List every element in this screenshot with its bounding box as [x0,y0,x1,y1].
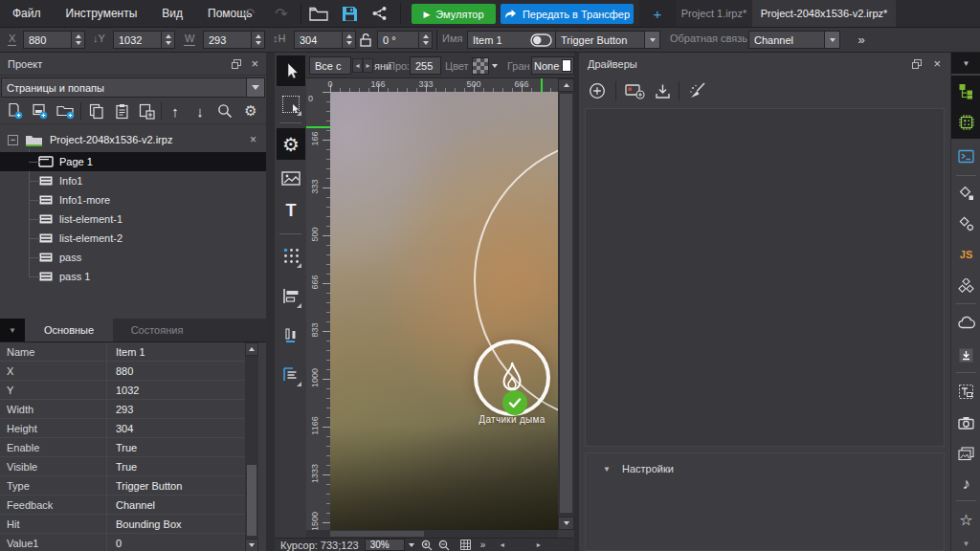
dock-camera[interactable] [951,408,980,437]
tree-item-info1[interactable]: Info1 [0,171,266,190]
dock-favorites[interactable]: ☆ [951,504,980,535]
feedback-dropdown[interactable]: Channel [748,31,840,49]
toolbar-more-button[interactable]: » [852,30,871,50]
new-tab-button[interactable]: + [639,0,676,27]
zoom-level[interactable]: 30% [365,539,405,551]
close-panel-icon[interactable]: × [933,59,941,69]
table-row[interactable]: FeedbackChannel [0,496,245,515]
open-project-icon[interactable] [306,4,331,23]
search-icon[interactable] [214,101,235,121]
distribute-tool[interactable] [279,322,302,349]
prev-page-icon[interactable]: ◂ [495,539,510,551]
width-stepper[interactable] [252,31,265,49]
redo-icon[interactable]: ↷ [270,2,293,25]
zoom-in-icon[interactable] [418,539,435,551]
tab-project-2048-active[interactable]: Project-2048x1536-v2.irpz* [752,0,896,27]
angle-stepper[interactable] [419,31,433,49]
y-stepper[interactable] [162,31,175,49]
dock-store-download[interactable] [951,340,980,370]
tree-item-list-element-1[interactable]: list-element-1 [0,209,266,229]
widget-grid-tool[interactable] [279,242,302,269]
angle-input[interactable]: 0 ° [377,31,419,49]
copy-button[interactable] [86,101,107,121]
dock-gallery[interactable] [951,439,980,468]
select-tool-active[interactable] [277,55,305,86]
dock-javascript[interactable]: JS [951,240,980,269]
tree-item-pass-1[interactable]: pass 1 [0,267,266,286]
menu-view[interactable]: Вид [149,0,195,27]
canvas-vscrollbar[interactable] [558,78,574,530]
state-next-button[interactable]: ▸ [363,58,373,73]
toggle-icon[interactable] [528,31,553,49]
menu-tools[interactable]: Инструменты [54,0,150,27]
splitter-left[interactable] [266,53,275,551]
table-row[interactable]: HitBounding Box [0,515,245,534]
x-input[interactable]: 880 [23,31,72,49]
tree-item-pass[interactable]: pass [0,248,266,267]
tab-project-1[interactable]: Project 1.irpz* [676,0,752,27]
drivers-list[interactable] [585,108,945,447]
dock-cloud[interactable] [951,307,980,338]
state-prev-button[interactable]: ◂ [352,58,363,73]
dock-menu-button[interactable]: ▼ [951,53,980,74]
tree-root-row[interactable]: − Project-2048x1536-v2.irpz × [0,130,266,149]
emulator-button[interactable]: ▶ Эмулятор [412,4,496,24]
tab-states[interactable]: Состояния [113,319,201,342]
add-driver-button[interactable] [587,80,608,101]
table-row[interactable]: Value10 [0,534,245,551]
dock-scroll-more[interactable]: ▼ [951,537,980,550]
lock-icon[interactable] [358,31,373,49]
text-tool[interactable]: T [279,198,302,223]
pages-mode-dropdown[interactable]: Страницы и попапы [1,77,265,98]
transfer-button[interactable]: Передать в Трансфер [501,4,634,24]
tree-item-list-element-2[interactable]: list-element-2 [0,229,266,248]
tree-item-info1-more[interactable]: Info1-more [0,190,266,209]
move-down-button[interactable]: ↓ [189,100,211,121]
states-dropdown[interactable]: Все с [309,56,351,75]
dock-project-tree-active[interactable] [951,76,980,106]
cleanup-button[interactable] [686,80,709,101]
align-tool[interactable] [279,282,302,309]
gear-icon[interactable]: ⚙ [239,100,262,121]
import-driver-button[interactable] [652,80,673,101]
table-row[interactable]: Width293 [0,400,245,419]
type-dropdown[interactable]: Trigger Button [555,31,660,49]
close-panel-icon[interactable]: × [251,59,258,69]
chevron-down-icon[interactable] [405,539,418,551]
design-page[interactable]: Датчики дыма [330,92,558,530]
scroll-thumb[interactable] [330,531,424,537]
image-tool[interactable] [279,165,302,190]
grid-toggle-icon[interactable] [457,539,476,551]
fit-page-icon[interactable]: » [476,539,491,551]
scroll-up-button[interactable] [558,78,574,92]
zoom-out-icon[interactable] [435,539,453,551]
table-row[interactable]: NameItem 1 [0,342,245,362]
close-project-icon[interactable]: × [250,133,256,146]
dock-modules[interactable] [951,271,980,301]
x-stepper[interactable] [72,31,85,49]
undo-icon[interactable]: ↶ [237,2,260,25]
add-popup-button[interactable] [29,101,50,121]
save-icon[interactable] [337,4,362,23]
dock-console[interactable] [951,141,980,171]
canvas-hscrollbar[interactable] [306,530,558,538]
table-row[interactable]: Y1032 [0,381,245,400]
dock-templates[interactable] [951,376,980,407]
height-stepper[interactable] [343,31,356,49]
table-row[interactable]: TypeTrigger Button [0,476,245,496]
collapse-toggle-icon[interactable]: − [8,135,18,145]
tab-general[interactable]: Основные [25,319,113,342]
dock-macros[interactable] [951,179,980,208]
table-row[interactable]: EnableTrue [0,438,245,457]
tabs-collapse-icon[interactable]: ▼ [0,319,25,342]
tree-item-page1[interactable]: Page 1 [0,152,266,171]
border-dropdown[interactable]: None [531,56,574,75]
transform-select-tool[interactable] [279,92,302,117]
table-row[interactable]: X880 [0,362,245,381]
color-swatch-dropdown[interactable] [472,57,501,74]
text-align-tool[interactable] [279,361,302,387]
dock-sounds[interactable]: ♪ [951,470,980,498]
scroll-up-button[interactable] [245,342,258,356]
gear-tool-active[interactable]: ⚙ [277,128,305,160]
settings-collapse-icon[interactable]: ▼ [599,461,614,476]
